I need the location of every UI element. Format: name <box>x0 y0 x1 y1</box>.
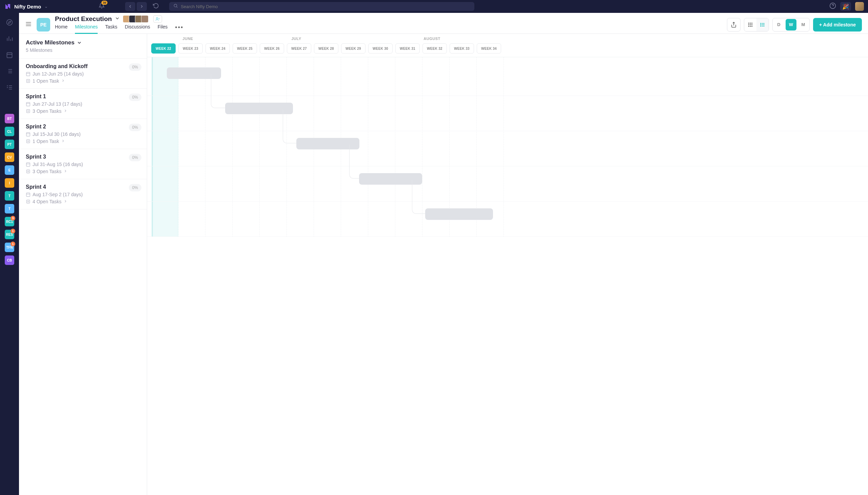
milestone-dates: Jul 31-Aug 15 (16 days) <box>26 161 140 167</box>
month-label: JUNE <box>147 37 229 41</box>
project-badge-i[interactable]: I <box>5 178 14 188</box>
week-chip[interactable]: WEEK 32 <box>422 44 447 53</box>
week-chip[interactable]: WEEK 27 <box>287 44 311 53</box>
sidebar-title-text: Active Milestones <box>26 39 74 46</box>
week-chip[interactable]: WEEK 30 <box>368 44 393 53</box>
tab-tasks[interactable]: Tasks <box>105 24 117 34</box>
project-badge-bt[interactable]: BT <box>5 114 14 123</box>
nav-forward-button[interactable] <box>137 2 147 11</box>
help-button[interactable] <box>829 2 836 11</box>
milestone-item[interactable]: Sprint 4Aug 17-Sep 2 (17 days)4 Open Tas… <box>19 179 147 209</box>
user-avatar[interactable] <box>855 2 864 11</box>
milestone-dates: Jun 27-Jul 13 (17 days) <box>26 101 140 107</box>
project-badge-t[interactable]: T <box>5 204 14 214</box>
notifications-button[interactable]: 39 <box>99 3 105 10</box>
project-badge-rc1[interactable]: RC13 <box>5 217 14 226</box>
milestone-title: Sprint 2 <box>26 124 140 130</box>
zoom-day[interactable]: D <box>773 18 785 31</box>
project-badge-tfn[interactable]: TFN1 <box>5 243 14 252</box>
week-chip[interactable]: WEEK 33 <box>450 44 474 53</box>
svg-point-24 <box>156 17 158 19</box>
sidebar-title[interactable]: Active Milestones <box>26 39 140 46</box>
project-title[interactable]: Product Execution <box>55 15 112 23</box>
tab-milestones[interactable]: Milestones <box>75 24 98 34</box>
calendar-icon[interactable] <box>6 51 13 59</box>
project-badge-cv[interactable]: CV <box>5 152 14 162</box>
chevron-down-icon[interactable] <box>115 16 120 22</box>
nav-back-button[interactable] <box>125 2 135 11</box>
tab-discussions[interactable]: Discussions <box>125 24 150 34</box>
svg-rect-32 <box>750 24 751 25</box>
milestone-item[interactable]: Sprint 1Jun 27-Jul 13 (17 days)3 Open Ta… <box>19 89 147 119</box>
milestone-item[interactable]: Sprint 3Jul 31-Aug 15 (16 days)3 Open Ta… <box>19 149 147 179</box>
share-button[interactable] <box>727 18 740 32</box>
chevron-right-icon <box>61 78 65 84</box>
project-badge-pt[interactable]: PT <box>5 140 14 149</box>
topbar: Nifty Demo ⌄ 39 🎉 <box>0 0 868 13</box>
tab-files[interactable]: Files <box>158 24 168 34</box>
search-input[interactable] <box>181 4 470 9</box>
tasks-icon[interactable] <box>6 84 13 92</box>
history-button[interactable] <box>153 3 159 10</box>
week-chip[interactable]: WEEK 22 <box>151 44 176 53</box>
tab-home[interactable]: Home <box>55 24 67 34</box>
milestone-title: Onboarding and Kickoff <box>26 63 140 69</box>
project-badge-res[interactable]: RES1 <box>5 230 14 239</box>
milestone-tasks[interactable]: 3 Open Tasks <box>26 108 140 114</box>
project-badge-e[interactable]: E <box>5 165 14 175</box>
celebrate-button[interactable]: 🎉 <box>840 2 851 11</box>
gantt-row <box>147 96 868 131</box>
milestone-item[interactable]: Sprint 2Jul 15-Jul 30 (16 days)1 Open Ta… <box>19 119 147 149</box>
svg-point-0 <box>174 4 177 7</box>
chart-icon[interactable] <box>6 35 13 44</box>
week-chip[interactable]: WEEK 26 <box>260 44 284 53</box>
week-chip[interactable]: WEEK 25 <box>233 44 257 53</box>
project-badge-cb[interactable]: CB <box>5 255 14 265</box>
project-badge-t[interactable]: T <box>5 191 14 201</box>
gantt-row <box>147 202 868 237</box>
milestone-dates: Jun 12-Jun 25 (14 days) <box>26 71 140 76</box>
week-chip[interactable]: WEEK 31 <box>395 44 420 53</box>
week-chip[interactable]: WEEK 34 <box>477 44 501 53</box>
milestone-tasks[interactable]: 1 Open Task <box>26 78 140 84</box>
svg-rect-63 <box>27 193 30 197</box>
svg-rect-30 <box>751 23 752 24</box>
add-milestone-button[interactable]: + Add milestone <box>813 18 862 32</box>
dependency-line <box>412 180 425 214</box>
milestone-tasks[interactable]: 4 Open Tasks <box>26 199 140 204</box>
chevron-right-icon <box>63 199 67 204</box>
milestone-percent: 0% <box>129 93 141 101</box>
gantt-bar[interactable] <box>425 208 493 220</box>
list-view-button[interactable] <box>756 18 769 31</box>
add-member-button[interactable] <box>153 15 162 23</box>
project-badge-cl[interactable]: CL <box>5 127 14 136</box>
milestone-tasks[interactable]: 3 Open Tasks <box>26 169 140 174</box>
svg-rect-28 <box>748 23 749 24</box>
grid-view-button[interactable] <box>744 18 756 31</box>
member-avatars[interactable] <box>124 15 149 23</box>
zoom-week[interactable]: W <box>786 19 797 31</box>
svg-point-4 <box>7 20 13 25</box>
svg-marker-5 <box>9 21 11 24</box>
svg-rect-34 <box>748 26 749 27</box>
zoom-month[interactable]: M <box>797 18 809 31</box>
compass-icon[interactable] <box>6 19 13 27</box>
week-chip[interactable]: WEEK 29 <box>341 44 366 53</box>
search-bar[interactable] <box>169 2 474 11</box>
svg-rect-33 <box>751 24 752 25</box>
workspace-switcher[interactable]: Nifty Demo ⌄ <box>4 3 48 10</box>
gantt-chart[interactable]: JUNEJULYAUGUST WEEK 22WEEK 23WEEK 24WEEK… <box>147 34 868 495</box>
milestone-item[interactable]: Onboarding and KickoffJun 12-Jun 25 (14 … <box>19 58 147 89</box>
week-chip[interactable]: WEEK 24 <box>205 44 230 53</box>
list-icon[interactable] <box>6 68 13 76</box>
milestone-title: Sprint 4 <box>26 184 140 190</box>
milestone-tasks[interactable]: 1 Open Task <box>26 139 140 144</box>
tab-more[interactable]: ••• <box>175 24 183 34</box>
week-chip[interactable]: WEEK 23 <box>178 44 203 53</box>
week-chip[interactable]: WEEK 28 <box>314 44 338 53</box>
view-toggle <box>744 18 769 32</box>
svg-rect-65 <box>27 200 30 203</box>
hamburger-icon[interactable] <box>25 21 32 29</box>
svg-rect-35 <box>750 26 751 27</box>
gantt-row <box>147 131 868 166</box>
